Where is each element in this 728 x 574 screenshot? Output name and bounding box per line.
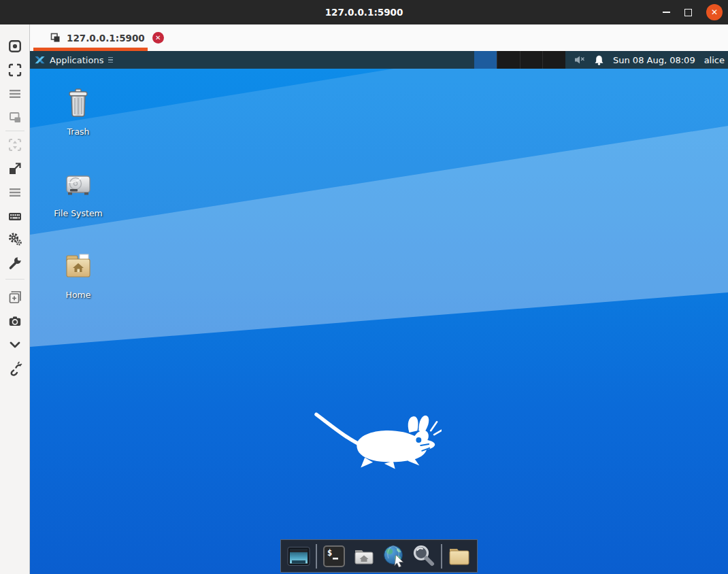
folder-icon[interactable] — [446, 543, 472, 569]
fullscreen-icon[interactable] — [7, 63, 22, 78]
resize-fit-icon[interactable] — [7, 39, 22, 54]
desktop-icon-label: Trash — [67, 126, 89, 137]
desktop-icon-label: Home — [66, 290, 91, 300]
minimize-toolbar-icon[interactable] — [7, 337, 22, 352]
volume-muted-icon[interactable] — [574, 55, 585, 65]
maximize-button[interactable] — [684, 9, 692, 16]
keyboard-grab-icon[interactable] — [7, 209, 22, 224]
dock-separator — [316, 544, 317, 569]
scale-window-icon[interactable] — [7, 161, 22, 176]
keystrokes-menu-icon[interactable] — [7, 185, 22, 200]
scaled-mode-icon[interactable] — [7, 137, 22, 152]
notifications-bell-icon[interactable] — [594, 55, 604, 65]
dynamic-resolution-icon[interactable] — [7, 110, 22, 125]
dock-separator — [441, 544, 442, 569]
desktop-icon-home[interactable]: Home — [56, 250, 100, 300]
connection-tab-icon — [50, 32, 61, 44]
toolbar-divider — [5, 131, 24, 131]
desktop-icon-label: File System — [54, 208, 103, 218]
applications-menu-button[interactable]: Applications — [30, 51, 118, 69]
tools-icon[interactable] — [7, 256, 22, 271]
file-manager-icon[interactable] — [351, 543, 377, 569]
disconnect-icon[interactable] — [7, 361, 22, 376]
remmina-window: 127.0.0.1:5900 ✕ 127.0.0.1:5900 ✕ — [0, 0, 728, 574]
web-browser-icon[interactable] — [381, 543, 407, 569]
application-finder-icon[interactable] — [411, 543, 437, 569]
minimize-button[interactable] — [663, 12, 670, 13]
tab-close-button[interactable]: ✕ — [152, 32, 164, 44]
dock-panel: $ — [280, 539, 478, 573]
workspace-4[interactable] — [542, 51, 565, 69]
panel-username[interactable]: alice — [704, 55, 725, 65]
workspace-3[interactable] — [520, 51, 543, 69]
xfce-logo-icon — [35, 55, 45, 65]
terminal-icon[interactable]: $ — [321, 543, 347, 569]
vnc-desktop-view: Applications Sun 08 Aug, 08:09 — [30, 51, 728, 574]
remmina-toolbar — [0, 24, 30, 574]
workspace-switcher — [474, 51, 565, 69]
desktop-icon-trash[interactable]: Trash — [56, 86, 100, 137]
workspace-2[interactable] — [497, 51, 520, 69]
desktop-wallpaper: Trash — [30, 69, 728, 574]
applications-label: Applications — [50, 55, 103, 65]
screenshot-icon[interactable] — [7, 314, 22, 328]
hard-drive-icon — [62, 168, 95, 201]
xfce-top-panel: Applications Sun 08 Aug, 08:09 — [30, 51, 728, 69]
tab-bar: 127.0.0.1:5900 ✕ — [30, 24, 728, 51]
toolbar-divider — [5, 279, 24, 280]
panel-clock[interactable]: Sun 08 Aug, 08:09 — [613, 55, 695, 65]
close-button[interactable]: ✕ — [706, 4, 723, 20]
show-desktop-icon[interactable] — [286, 543, 312, 569]
menu-indicator-icon — [108, 57, 113, 63]
trash-icon — [62, 86, 95, 119]
window-title: 127.0.0.1:5900 — [0, 7, 728, 18]
preferences-icon[interactable] — [7, 232, 22, 247]
tab-title: 127.0.0.1:5900 — [67, 33, 145, 44]
svg-text:$: $ — [327, 548, 332, 558]
desktop-icon-file-system[interactable]: File System — [56, 168, 100, 218]
xfce-mouse-logo — [314, 410, 442, 470]
workspace-1[interactable] — [474, 51, 497, 69]
home-folder-icon — [62, 250, 95, 282]
options-menu-icon[interactable] — [7, 86, 22, 101]
titlebar: 127.0.0.1:5900 ✕ — [0, 0, 728, 24]
new-connection-icon[interactable] — [7, 290, 22, 305]
